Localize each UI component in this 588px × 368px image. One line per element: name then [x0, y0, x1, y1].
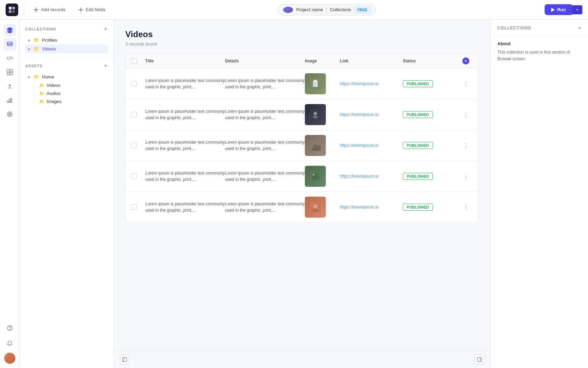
sidebar-item-videos[interactable]: ▶ 📁 Videos [25, 45, 108, 53]
svg-rect-9 [10, 73, 13, 75]
run-button[interactable]: Run [545, 4, 582, 15]
home-chevron: ▶ [28, 75, 31, 79]
icon-bar-bottom [4, 322, 16, 364]
row4-checkbox-col [131, 173, 145, 179]
svg-point-19 [465, 60, 466, 60]
row5-more-button[interactable]: ⋮ [459, 203, 473, 211]
svg-rect-36 [122, 357, 127, 362]
select-all-checkbox[interactable] [131, 58, 137, 64]
run-dropdown[interactable] [572, 5, 582, 14]
svg-rect-24 [313, 81, 318, 87]
collections-add-button[interactable]: + [103, 25, 108, 33]
right-panel: COLLECTIONS ▾ About This collection is u… [490, 20, 588, 368]
row2-image-col [305, 104, 340, 125]
row1-title: Lorem ipsum is placeholder text commonly… [145, 77, 225, 90]
sidebar-sub-videos[interactable]: 📁 Videos [36, 81, 108, 89]
settings-circle[interactable] [462, 57, 469, 64]
sidebar-item-home[interactable]: ▶ 📁 Home [25, 73, 108, 81]
analytics-icon-button[interactable] [4, 94, 16, 107]
home-label: Home [42, 74, 54, 80]
table-row: Lorem ipsum is placeholder text commonly… [126, 192, 478, 223]
row4-image-col [305, 166, 340, 187]
svg-point-17 [9, 329, 10, 330]
database-icon-button[interactable] [4, 38, 16, 50]
sidebar-item-profiles[interactable]: ▶ 📁 Profiles [25, 36, 108, 45]
code-icon-button[interactable] [4, 52, 16, 64]
table-row: Lorem ipsum is placeholder text commonly… [126, 99, 478, 130]
svg-rect-6 [7, 69, 9, 72]
content-bottom [114, 351, 490, 368]
row1-status-col: PUBLISHED [403, 80, 459, 87]
row2-checkbox-col [131, 112, 145, 117]
panel-chevron-icon[interactable]: ▾ [579, 25, 581, 31]
target-icon-button[interactable] [4, 108, 16, 121]
sub-folder-icon-audios: 📁 [39, 91, 44, 96]
row4-more-button[interactable]: ⋮ [459, 172, 473, 180]
row4-details: Lorem ipsum is placeholder text commonly… [225, 170, 305, 183]
edit-fields-button[interactable]: Edit fields [75, 5, 109, 15]
svg-point-20 [465, 62, 466, 63]
row3-checkbox[interactable] [131, 143, 137, 148]
row2-more-button[interactable]: ⋮ [459, 111, 473, 118]
user-avatar[interactable] [4, 353, 15, 364]
row4-link[interactable]: https://loremipsum.io [340, 174, 403, 179]
table-row: Lorem ipsum is placeholder text commonly… [126, 161, 478, 192]
right-toggle-button[interactable] [475, 355, 484, 364]
row3-details: Lorem ipsum is placeholder text commonly… [225, 139, 305, 152]
videos-chevron: ▶ [28, 47, 31, 51]
svg-rect-1 [12, 7, 15, 9]
col-image: Image [305, 59, 340, 63]
about-text: This collection is used in first section… [497, 49, 581, 62]
row5-checkbox[interactable] [131, 204, 137, 210]
right-panel-header: COLLECTIONS ▾ [490, 20, 588, 35]
sidebar-sub-images[interactable]: 📁 Images [36, 97, 108, 105]
row5-details: Lorem ipsum is placeholder text commonly… [225, 201, 305, 213]
sub-videos-label: Videos [47, 83, 61, 88]
project-pill[interactable]: Project name / Collectons FREE [278, 4, 376, 15]
table-row: Lorem ipsum is placeholder text commonly… [126, 130, 478, 161]
topbar: Add records Edit fields Project name / C… [0, 0, 588, 20]
svg-point-32 [313, 173, 315, 176]
row1-checkbox[interactable] [131, 81, 137, 87]
row2-checkbox[interactable] [131, 112, 137, 117]
assets-add-button[interactable]: + [103, 62, 108, 70]
folder-icon-profiles: 📁 [34, 38, 39, 43]
upload-icon-button[interactable] [4, 80, 16, 93]
assets-section: ASSETS + ▶ 📁 Home 📁 Videos 📁 Audios 📁 [20, 62, 114, 105]
help-icon-button[interactable] [4, 322, 16, 334]
svg-point-21 [464, 61, 465, 61]
svg-rect-7 [10, 69, 13, 72]
row3-link[interactable]: https://loremipsum.io [340, 143, 403, 148]
row4-status: PUBLISHED [403, 173, 433, 180]
row5-title: Lorem ipsum is placeholder text commonly… [145, 201, 225, 213]
components-icon-button[interactable] [4, 66, 16, 79]
select-all-col [131, 58, 145, 64]
project-name: Project name [296, 7, 323, 12]
notifications-icon-button[interactable] [4, 337, 16, 350]
sidebar: COLLECTIONS + ▶ 📁 Profiles ▶ 📁 Videos AS… [20, 20, 114, 368]
main-layout: COLLECTIONS + ▶ 📁 Profiles ▶ 📁 Videos AS… [0, 20, 588, 368]
right-panel-title: COLLECTIONS [497, 26, 531, 30]
svg-rect-35 [313, 209, 318, 212]
run-main[interactable]: Run [545, 4, 572, 15]
add-records-button[interactable]: Add records [30, 5, 69, 15]
row5-link[interactable]: https://loremipsum.io [340, 205, 403, 210]
videos-label: Videos [42, 46, 56, 52]
records-count: 5 records found [125, 41, 479, 47]
row2-link[interactable]: https://loremipsum.io [340, 112, 403, 117]
svg-point-18 [465, 61, 467, 62]
row4-checkbox[interactable] [131, 173, 137, 179]
row1-link[interactable]: https://loremipsum.io [340, 81, 403, 86]
collections-breadcrumb: Collectons [330, 7, 351, 12]
content-wrapper: Videos 5 records found Title Details Ima… [114, 20, 490, 368]
sidebar-sub-audios[interactable]: 📁 Audios [36, 89, 108, 97]
row4-title: Lorem ipsum is placeholder text commonly… [145, 170, 225, 183]
row1-status: PUBLISHED [403, 80, 433, 87]
row1-more-button[interactable]: ⋮ [459, 80, 473, 88]
layers-icon-button[interactable] [4, 24, 16, 36]
about-title: About [497, 41, 581, 46]
project-avatar [283, 6, 293, 13]
row3-more-button[interactable]: ⋮ [459, 142, 473, 149]
left-toggle-button[interactable] [120, 355, 130, 364]
project-center: Project name / Collectons FREE [114, 4, 539, 15]
